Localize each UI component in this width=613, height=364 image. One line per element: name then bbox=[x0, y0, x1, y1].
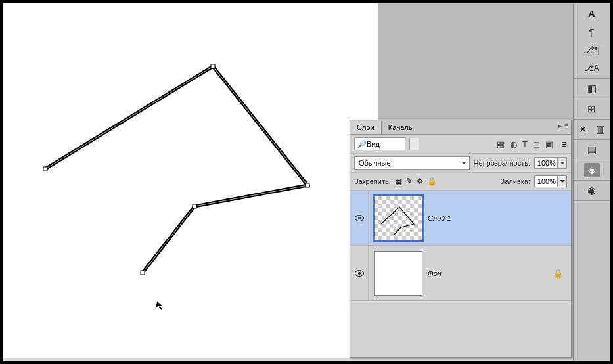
filter-type-input[interactable] bbox=[367, 140, 394, 148]
opacity-label: Непрозрачность: bbox=[474, 159, 530, 167]
fill-input[interactable] bbox=[535, 176, 557, 187]
lock-pixels-icon[interactable]: ✎ bbox=[406, 177, 413, 186]
canvas[interactable] bbox=[3, 3, 378, 358]
lock-transparency-icon[interactable]: ▦ bbox=[395, 177, 402, 186]
filter-pixel-icon[interactable]: ▦ bbox=[497, 139, 505, 149]
anchor-point[interactable] bbox=[193, 204, 196, 208]
layer-list: Слой 1 Фон 🔒 bbox=[350, 191, 571, 301]
right-sidebar: A ¶ ⎇¶ ⎇A ◧ ⊞ ✕ ▥ ▤ ◈ ◉ bbox=[573, 3, 610, 361]
color-wheel-icon[interactable]: ◉ bbox=[584, 183, 600, 198]
filter-shape-icon[interactable]: ◻ bbox=[533, 139, 540, 149]
lock-icon: 🔒 bbox=[553, 269, 563, 278]
fill-dropdown-button[interactable] bbox=[557, 176, 566, 187]
layer-filter-select[interactable]: 🔎 bbox=[354, 137, 405, 150]
filter-smart-icon[interactable]: ▣ bbox=[545, 139, 553, 149]
vector-path[interactable] bbox=[3, 3, 378, 358]
anchor-point[interactable] bbox=[43, 167, 47, 171]
panel-menu-icon[interactable]: ≡ bbox=[564, 122, 568, 129]
filter-dropdown-button[interactable] bbox=[409, 138, 419, 150]
lock-all-icon[interactable]: 🔒 bbox=[427, 177, 437, 186]
blend-mode-select[interactable]: Обычные bbox=[354, 156, 470, 170]
filter-adjustment-icon[interactable]: ◐ bbox=[510, 139, 517, 149]
lock-position-icon[interactable]: ✥ bbox=[417, 177, 423, 186]
app-window: Слои Каналы ▸ ≡ 🔎 ▦ ◐ T ◻ ▣ ⊟ bbox=[3, 3, 610, 361]
anchor-point[interactable] bbox=[306, 183, 309, 187]
layer-thumbnail[interactable] bbox=[374, 196, 422, 240]
layer-name[interactable]: Фон bbox=[428, 269, 442, 277]
anchor-point[interactable] bbox=[141, 271, 145, 275]
layer-name[interactable]: Слой 1 bbox=[428, 214, 451, 222]
fill-label: Заливка: bbox=[501, 177, 530, 185]
layer-row[interactable]: Фон 🔒 bbox=[350, 246, 571, 301]
panel-tabs: Слои Каналы ▸ ≡ bbox=[350, 120, 571, 135]
character-panel-icon[interactable]: A bbox=[584, 6, 600, 20]
tools-preset-icon[interactable]: ✕ bbox=[576, 122, 591, 137]
opacity-dropdown-button[interactable] bbox=[557, 158, 566, 168]
opacity-input-group bbox=[534, 157, 567, 169]
filter-toggle-icon[interactable]: ⊟ bbox=[561, 140, 567, 148]
layers-panel: Слои Каналы ▸ ≡ 🔎 ▦ ◐ T ◻ ▣ ⊟ bbox=[350, 120, 572, 358]
lock-icons: ▦ ✎ ✥ 🔒 bbox=[395, 177, 437, 186]
filter-text-icon[interactable]: T bbox=[522, 139, 528, 149]
tab-channels[interactable]: Каналы bbox=[382, 121, 420, 134]
opacity-input[interactable] bbox=[535, 158, 557, 168]
brushes-panel-icon[interactable]: ▥ bbox=[593, 122, 608, 137]
collapse-icon[interactable]: ▸ bbox=[558, 122, 562, 129]
character-styles-icon[interactable]: ⎇A bbox=[584, 61, 600, 76]
visibility-toggle-icon[interactable] bbox=[355, 215, 364, 221]
3d-panel-icon[interactable]: ◧ bbox=[584, 81, 600, 96]
paragraph-styles-icon[interactable]: ⎇¶ bbox=[584, 43, 600, 57]
fill-input-group bbox=[534, 175, 567, 187]
blend-mode-value: Обычные bbox=[359, 159, 391, 167]
swatches-panel-icon[interactable]: ▤ bbox=[584, 143, 600, 157]
layer-thumbnail[interactable] bbox=[374, 251, 422, 296]
layers-panel-icon[interactable]: ◈ bbox=[584, 163, 600, 177]
blend-row: Обычные Непрозрачность: bbox=[350, 154, 571, 173]
tab-layers[interactable]: Слои bbox=[350, 121, 382, 134]
mesh-panel-icon[interactable]: ⊞ bbox=[584, 102, 600, 116]
layer-row[interactable]: Слой 1 bbox=[350, 191, 571, 246]
lock-row: Закрепить: ▦ ✎ ✥ 🔒 Заливка: bbox=[350, 173, 571, 191]
anchor-point[interactable] bbox=[211, 64, 215, 68]
filter-icons: ▦ ◐ T ◻ ▣ bbox=[497, 139, 553, 149]
search-icon: 🔎 bbox=[357, 140, 367, 148]
paragraph-panel-icon[interactable]: ¶ bbox=[584, 24, 600, 39]
filter-row: 🔎 ▦ ◐ T ◻ ▣ ⊟ bbox=[350, 135, 571, 154]
visibility-toggle-icon[interactable] bbox=[355, 270, 364, 277]
lock-label: Закрепить: bbox=[354, 177, 391, 185]
